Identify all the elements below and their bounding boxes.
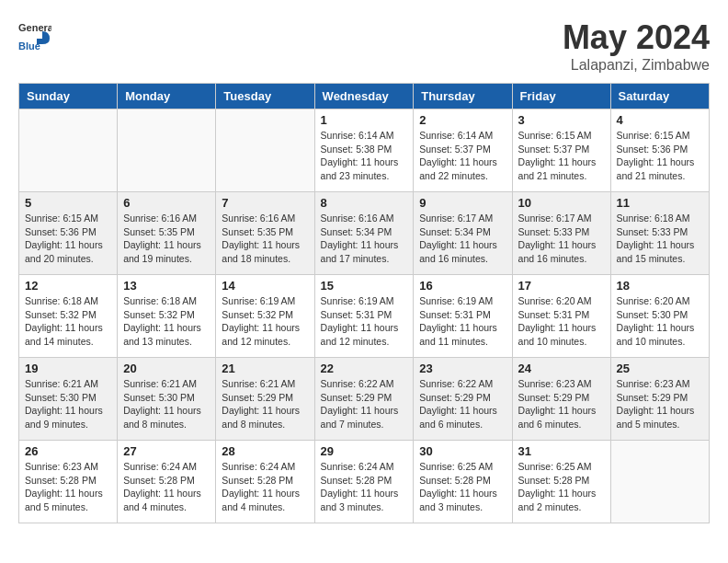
calendar-cell	[610, 441, 709, 523]
day-info: Sunrise: 6:21 AM Sunset: 5:29 PM Dayligh…	[222, 377, 308, 431]
svg-text:Blue: Blue	[18, 40, 40, 52]
calendar-cell: 28Sunrise: 6:24 AM Sunset: 5:28 PM Dayli…	[216, 441, 314, 523]
calendar-cell: 2Sunrise: 6:14 AM Sunset: 5:37 PM Daylig…	[414, 109, 512, 192]
day-number: 21	[222, 362, 308, 375]
day-number: 11	[617, 196, 703, 210]
page-header: General Blue May 2024 Lalapanzi, Zimbabw…	[18, 18, 710, 74]
day-info: Sunrise: 6:20 AM Sunset: 5:31 PM Dayligh…	[518, 294, 605, 349]
day-number: 14	[222, 279, 308, 293]
week-row-5: 26Sunrise: 6:23 AM Sunset: 5:28 PM Dayli…	[19, 441, 710, 523]
day-info: Sunrise: 6:24 AM Sunset: 5:28 PM Dayligh…	[123, 460, 210, 514]
calendar-cell: 4Sunrise: 6:15 AM Sunset: 5:36 PM Daylig…	[610, 109, 709, 192]
calendar-cell: 7Sunrise: 6:16 AM Sunset: 5:35 PM Daylig…	[216, 192, 314, 275]
weekday-header-thursday: Thursday	[414, 84, 512, 109]
calendar-cell: 22Sunrise: 6:22 AM Sunset: 5:29 PM Dayli…	[314, 358, 414, 441]
day-number: 3	[518, 113, 605, 127]
title-block: May 2024 Lalapanzi, Zimbabwe	[563, 18, 710, 74]
calendar-cell: 21Sunrise: 6:21 AM Sunset: 5:29 PM Dayli…	[216, 358, 314, 441]
calendar-cell: 26Sunrise: 6:23 AM Sunset: 5:28 PM Dayli…	[19, 441, 118, 523]
day-number: 29	[321, 444, 408, 458]
day-number: 6	[123, 196, 210, 210]
day-info: Sunrise: 6:16 AM Sunset: 5:35 PM Dayligh…	[222, 212, 308, 266]
day-number: 22	[321, 362, 408, 375]
day-info: Sunrise: 6:19 AM Sunset: 5:32 PM Dayligh…	[222, 294, 308, 349]
calendar-cell: 20Sunrise: 6:21 AM Sunset: 5:30 PM Dayli…	[118, 358, 216, 441]
day-info: Sunrise: 6:15 AM Sunset: 5:36 PM Dayligh…	[617, 129, 703, 183]
day-info: Sunrise: 6:21 AM Sunset: 5:30 PM Dayligh…	[123, 377, 210, 431]
day-info: Sunrise: 6:25 AM Sunset: 5:28 PM Dayligh…	[419, 460, 506, 514]
calendar-cell: 27Sunrise: 6:24 AM Sunset: 5:28 PM Dayli…	[118, 441, 216, 523]
day-info: Sunrise: 6:24 AM Sunset: 5:28 PM Dayligh…	[222, 460, 308, 514]
day-info: Sunrise: 6:22 AM Sunset: 5:29 PM Dayligh…	[419, 377, 506, 431]
day-number: 10	[518, 196, 605, 210]
day-number: 25	[617, 362, 703, 375]
calendar-cell: 25Sunrise: 6:23 AM Sunset: 5:29 PM Dayli…	[610, 358, 709, 441]
day-info: Sunrise: 6:18 AM Sunset: 5:33 PM Dayligh…	[617, 212, 703, 266]
calendar-cell: 30Sunrise: 6:25 AM Sunset: 5:28 PM Dayli…	[414, 441, 512, 523]
weekday-header-sunday: Sunday	[19, 84, 118, 109]
day-number: 19	[25, 362, 111, 375]
day-number: 17	[518, 279, 605, 293]
day-info: Sunrise: 6:21 AM Sunset: 5:30 PM Dayligh…	[25, 377, 111, 431]
day-info: Sunrise: 6:16 AM Sunset: 5:34 PM Dayligh…	[321, 212, 408, 266]
location-subtitle: Lalapanzi, Zimbabwe	[563, 57, 710, 74]
calendar-cell: 12Sunrise: 6:18 AM Sunset: 5:32 PM Dayli…	[19, 275, 118, 358]
day-number: 26	[25, 444, 111, 458]
calendar-cell: 19Sunrise: 6:21 AM Sunset: 5:30 PM Dayli…	[19, 358, 118, 441]
day-number: 2	[419, 113, 506, 127]
day-number: 15	[321, 279, 408, 293]
calendar-cell: 31Sunrise: 6:25 AM Sunset: 5:28 PM Dayli…	[512, 441, 610, 523]
day-number: 7	[222, 196, 308, 210]
day-info: Sunrise: 6:18 AM Sunset: 5:32 PM Dayligh…	[25, 294, 111, 349]
weekday-header-wednesday: Wednesday	[314, 84, 414, 109]
day-number: 4	[617, 113, 703, 127]
weekday-header-row: SundayMondayTuesdayWednesdayThursdayFrid…	[19, 84, 710, 109]
day-info: Sunrise: 6:23 AM Sunset: 5:29 PM Dayligh…	[617, 377, 703, 431]
day-info: Sunrise: 6:19 AM Sunset: 5:31 PM Dayligh…	[419, 294, 506, 349]
day-number: 23	[419, 362, 506, 375]
calendar-cell: 15Sunrise: 6:19 AM Sunset: 5:31 PM Dayli…	[314, 275, 414, 358]
day-info: Sunrise: 6:15 AM Sunset: 5:37 PM Dayligh…	[518, 129, 605, 183]
day-info: Sunrise: 6:18 AM Sunset: 5:32 PM Dayligh…	[123, 294, 210, 349]
calendar-cell: 13Sunrise: 6:18 AM Sunset: 5:32 PM Dayli…	[118, 275, 216, 358]
svg-text:General: General	[18, 22, 51, 33]
day-number: 18	[617, 279, 703, 293]
calendar-cell: 1Sunrise: 6:14 AM Sunset: 5:38 PM Daylig…	[314, 109, 414, 192]
weekday-header-monday: Monday	[118, 84, 216, 109]
calendar-cell: 8Sunrise: 6:16 AM Sunset: 5:34 PM Daylig…	[314, 192, 414, 275]
day-number: 13	[123, 279, 210, 293]
calendar-cell: 24Sunrise: 6:23 AM Sunset: 5:29 PM Dayli…	[512, 358, 610, 441]
calendar-cell: 11Sunrise: 6:18 AM Sunset: 5:33 PM Dayli…	[610, 192, 709, 275]
week-row-4: 19Sunrise: 6:21 AM Sunset: 5:30 PM Dayli…	[19, 358, 710, 441]
calendar-cell: 10Sunrise: 6:17 AM Sunset: 5:33 PM Dayli…	[512, 192, 610, 275]
month-title: May 2024	[563, 18, 710, 57]
day-number: 28	[222, 444, 308, 458]
calendar-cell: 5Sunrise: 6:15 AM Sunset: 5:36 PM Daylig…	[19, 192, 118, 275]
day-number: 31	[518, 444, 605, 458]
day-info: Sunrise: 6:17 AM Sunset: 5:33 PM Dayligh…	[518, 212, 605, 266]
weekday-header-saturday: Saturday	[610, 84, 709, 109]
day-info: Sunrise: 6:20 AM Sunset: 5:30 PM Dayligh…	[617, 294, 703, 349]
day-info: Sunrise: 6:14 AM Sunset: 5:38 PM Dayligh…	[321, 129, 408, 183]
day-number: 24	[518, 362, 605, 375]
calendar-cell: 16Sunrise: 6:19 AM Sunset: 5:31 PM Dayli…	[414, 275, 512, 358]
day-info: Sunrise: 6:16 AM Sunset: 5:35 PM Dayligh…	[123, 212, 210, 266]
day-number: 5	[25, 196, 111, 210]
calendar-cell: 3Sunrise: 6:15 AM Sunset: 5:37 PM Daylig…	[512, 109, 610, 192]
calendar-cell: 29Sunrise: 6:24 AM Sunset: 5:28 PM Dayli…	[314, 441, 414, 523]
day-info: Sunrise: 6:14 AM Sunset: 5:37 PM Dayligh…	[419, 129, 506, 183]
calendar-cell	[19, 109, 118, 192]
calendar-table: SundayMondayTuesdayWednesdayThursdayFrid…	[18, 83, 710, 523]
calendar-cell: 9Sunrise: 6:17 AM Sunset: 5:34 PM Daylig…	[414, 192, 512, 275]
day-info: Sunrise: 6:22 AM Sunset: 5:29 PM Dayligh…	[321, 377, 408, 431]
day-number: 8	[321, 196, 408, 210]
day-number: 20	[123, 362, 210, 375]
day-number: 30	[419, 444, 506, 458]
logo: General Blue	[18, 18, 51, 52]
calendar-cell	[216, 109, 314, 192]
day-number: 1	[321, 113, 408, 127]
day-info: Sunrise: 6:25 AM Sunset: 5:28 PM Dayligh…	[518, 460, 605, 514]
calendar-cell	[118, 109, 216, 192]
weekday-header-tuesday: Tuesday	[216, 84, 314, 109]
calendar-cell: 6Sunrise: 6:16 AM Sunset: 5:35 PM Daylig…	[118, 192, 216, 275]
